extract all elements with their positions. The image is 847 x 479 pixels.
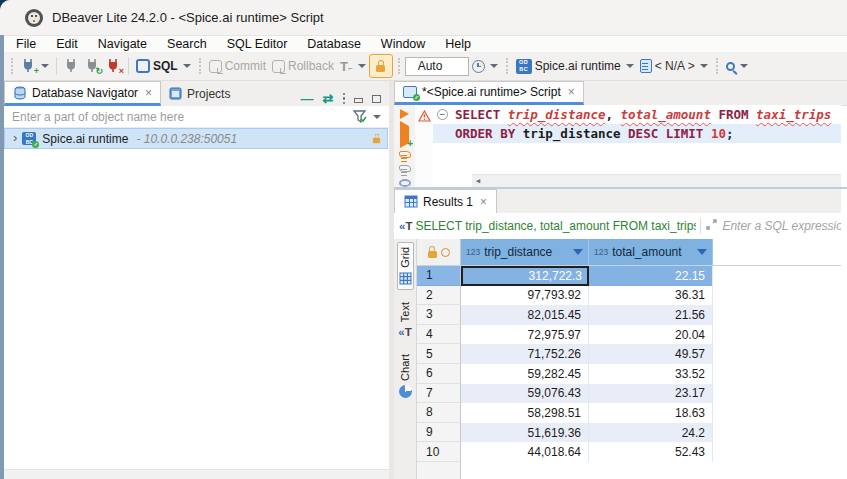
column-header-trip-distance[interactable]: 123 trip_distance: [461, 239, 589, 265]
window-title: DBeaver Lite 24.2.0 - <Spice.ai runtime>…: [52, 10, 324, 25]
cell-total-amount[interactable]: 21.56: [589, 305, 713, 325]
row-number-cell[interactable]: 3: [417, 305, 461, 325]
connection-host: - 10.0.0.238:50051: [136, 132, 372, 146]
cell-trip-distance[interactable]: 82,015.45: [461, 305, 589, 325]
partial-icon[interactable]: [399, 179, 411, 187]
cell-total-amount[interactable]: 24.2: [589, 423, 713, 443]
cell-total-amount[interactable]: 18.63: [589, 403, 713, 423]
row-number-cell[interactable]: 4: [417, 325, 461, 345]
new-connection-button[interactable]: +: [18, 56, 52, 76]
disconnect-button[interactable]: ×: [103, 56, 124, 76]
tab-text-view[interactable]: Text «T: [397, 298, 412, 342]
cell-total-amount[interactable]: 23.17: [589, 384, 713, 404]
cell-trip-distance[interactable]: 51,619.36: [461, 423, 589, 443]
grid-corner-cell[interactable]: [417, 239, 461, 265]
cell-trip-distance[interactable]: 312,722.3: [461, 266, 589, 286]
transaction-log-button[interactable]: [469, 56, 501, 76]
cell-total-amount[interactable]: 22.15: [589, 266, 713, 286]
sql-line-1: SELECT trip_distance, total_amount FROM …: [455, 105, 831, 124]
expand-filter-icon[interactable]: [705, 217, 718, 235]
plus-badge-icon: +: [34, 67, 39, 76]
close-icon[interactable]: ×: [568, 85, 575, 99]
transaction-mode-button[interactable]: T⌐: [337, 56, 369, 76]
plus-badge-icon: +: [407, 138, 413, 149]
rollback-button[interactable]: Rollback: [269, 56, 337, 76]
sort-dropdown-icon[interactable]: [573, 249, 583, 255]
cell-trip-distance[interactable]: 59,282.45: [461, 364, 589, 384]
tab-chart-view[interactable]: Chart: [398, 350, 413, 402]
close-icon[interactable]: ×: [145, 86, 152, 100]
column-header-total-amount[interactable]: 123 total_amount: [589, 239, 713, 265]
minimize-view-icon[interactable]: —: [301, 91, 314, 106]
execute-new-tab-button[interactable]: +: [400, 126, 409, 144]
tree-item-connection[interactable]: › ODBC ✓ Spice.ai runtime - 10.0.0.238:5…: [4, 128, 388, 149]
sort-dropdown-icon[interactable]: [697, 249, 707, 255]
tab-script[interactable]: ✓ *<Spice.ai runtime> Script ×: [394, 81, 584, 105]
row-number-cell[interactable]: 7: [417, 384, 461, 404]
row-number-cell[interactable]: 5: [417, 344, 461, 364]
search-button[interactable]: [723, 56, 751, 76]
toolbar-drag-handle: [506, 58, 508, 74]
navigator-horizontal-scrollbar[interactable]: [4, 469, 389, 479]
tab-database-navigator[interactable]: Database Navigator ×: [4, 81, 161, 106]
link-with-editor-icon[interactable]: ⇄: [323, 91, 334, 106]
menu-navigate[interactable]: Navigate: [88, 37, 157, 51]
commit-mode-combo[interactable]: Auto: [405, 57, 469, 76]
menu-window[interactable]: Window: [371, 37, 435, 51]
tree-expander-icon[interactable]: ›: [13, 130, 17, 145]
view-menu-icon[interactable]: [343, 93, 346, 105]
filter-funnel-icon[interactable]: [353, 110, 367, 123]
cell-trip-distance[interactable]: 58,298.51: [461, 403, 589, 423]
object-filter-input[interactable]: Enter a part of object name here: [12, 110, 353, 124]
connect-button[interactable]: [61, 56, 82, 76]
cell-trip-distance[interactable]: 72,975.97: [461, 325, 589, 345]
cell-total-amount[interactable]: 33.52: [589, 364, 713, 384]
row-number-cell[interactable]: 10: [417, 442, 461, 462]
active-database-selector[interactable]: < N/A >: [637, 56, 711, 76]
menu-search[interactable]: Search: [157, 37, 217, 51]
scroll-left-icon[interactable]: ◀: [476, 172, 480, 188]
cell-total-amount[interactable]: 36.31: [589, 286, 713, 306]
row-number-cell[interactable]: 1: [417, 266, 461, 286]
tab-results-1[interactable]: Results 1 ×: [394, 189, 497, 213]
editor-horizontal-scrollbar[interactable]: ◀: [472, 174, 841, 187]
reconnect-button[interactable]: ↻: [82, 56, 103, 76]
menu-file[interactable]: File: [6, 37, 46, 51]
sql-text-area[interactable]: − SELECT trip_distance, total_amount FRO…: [433, 105, 841, 187]
menu-sql-editor[interactable]: SQL Editor: [217, 37, 298, 51]
tab-projects[interactable]: Projects: [161, 81, 238, 106]
row-number-cell[interactable]: 2: [417, 286, 461, 306]
filter-expression-input[interactable]: Enter a SQL expression to: [722, 219, 841, 233]
sql-token: taxi_trips: [756, 107, 831, 122]
menu-database[interactable]: Database: [297, 37, 371, 51]
transaction-icon: T⌐: [340, 59, 353, 74]
menu-help[interactable]: Help: [435, 37, 481, 51]
close-icon[interactable]: ×: [480, 195, 487, 209]
chevron-down-icon[interactable]: [373, 115, 381, 119]
tab-grid-view[interactable]: Grid: [397, 242, 414, 290]
cell-trip-distance[interactable]: 97,793.92: [461, 286, 589, 306]
row-number-cell[interactable]: 9: [417, 423, 461, 443]
cell-total-amount[interactable]: 52.43: [589, 442, 713, 462]
cell-total-amount[interactable]: 49.57: [589, 344, 713, 364]
execute-script-icon[interactable]: [399, 151, 411, 158]
active-connection-selector[interactable]: ODBC Spice.ai runtime: [513, 56, 637, 76]
maximize-icon[interactable]: [372, 95, 381, 103]
row-number-cell[interactable]: 6: [417, 364, 461, 384]
cell-trip-distance[interactable]: 44,018.64: [461, 442, 589, 462]
connected-check-icon: ✓: [413, 94, 420, 101]
fold-collapse-icon[interactable]: −: [437, 109, 448, 120]
sql-editor-button[interactable]: SQL: [133, 56, 194, 76]
execute-statement-icon[interactable]: [400, 109, 409, 119]
chevron-down-icon: [183, 64, 191, 68]
autocommit-lock-toggle[interactable]: [369, 54, 393, 78]
menu-edit[interactable]: Edit: [46, 37, 88, 51]
cell-trip-distance[interactable]: 59,076.43: [461, 384, 589, 404]
commit-button[interactable]: Commit: [206, 56, 269, 76]
explain-plan-icon[interactable]: [399, 165, 411, 172]
minimize-icon[interactable]: [354, 98, 363, 103]
cell-total-amount[interactable]: 20.04: [589, 325, 713, 345]
tab-label: Chart: [399, 354, 411, 381]
row-number-cell[interactable]: 8: [417, 403, 461, 423]
cell-trip-distance[interactable]: 71,752.26: [461, 344, 589, 364]
